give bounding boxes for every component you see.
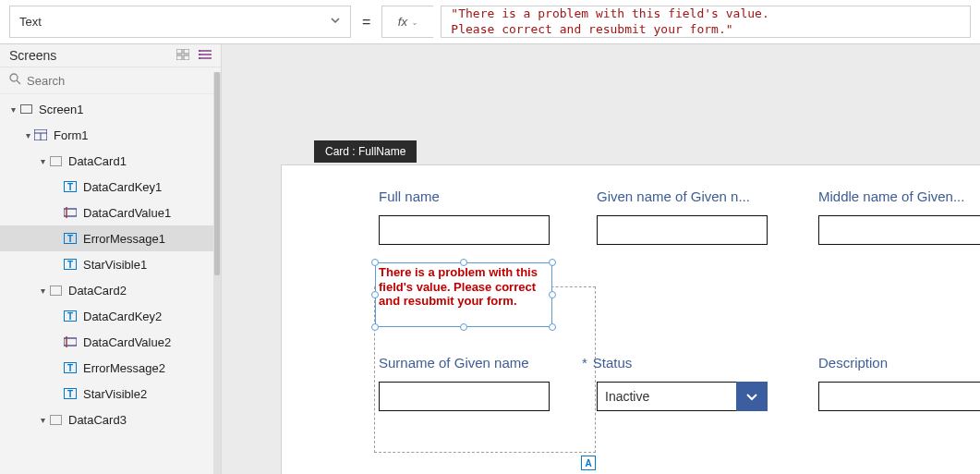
- selection-tag[interactable]: Card : FullName: [314, 140, 417, 163]
- field-middle-name: Middle name of Given...: [818, 188, 980, 245]
- field-label: * Status: [582, 355, 785, 371]
- selection-badge[interactable]: A: [581, 456, 596, 470]
- field-given-name: Given name of Given n...: [597, 188, 800, 245]
- required-star: *: [582, 355, 587, 371]
- text-input[interactable]: [379, 215, 550, 245]
- resize-handle[interactable]: [549, 259, 556, 266]
- tree-title: Screens: [9, 48, 56, 63]
- svg-rect-2: [176, 55, 182, 60]
- tree-node-label: StarVisible1: [83, 258, 147, 272]
- caret-icon[interactable]: ▾: [22, 130, 33, 140]
- list-view-icon[interactable]: [199, 48, 212, 63]
- field-label: Middle name of Given...: [818, 188, 980, 204]
- tree-node-label: DataCardKey2: [83, 310, 162, 323]
- tree-node-sv1[interactable]: ▾TStarVisible1: [0, 251, 221, 277]
- svg-rect-0: [176, 49, 182, 54]
- resize-handle[interactable]: [371, 259, 379, 266]
- resize-handle[interactable]: [549, 323, 556, 331]
- svg-rect-15: [64, 209, 77, 216]
- field-label: Description: [818, 355, 980, 371]
- svg-point-9: [199, 57, 200, 59]
- caret-icon[interactable]: ▾: [37, 286, 48, 296]
- svg-rect-1: [184, 49, 189, 54]
- tree-node-label: DataCardValue1: [83, 206, 171, 220]
- text-input[interactable]: [818, 382, 980, 411]
- chevron-down-icon: ⌄: [411, 18, 418, 27]
- dropdown-button[interactable]: [736, 382, 768, 411]
- field-label: Full name: [379, 188, 582, 204]
- formula-bar: Text = fx ⌄ "There is a problem with thi…: [0, 0, 980, 44]
- tree-node-em2[interactable]: ▾TErrorMessage2: [0, 355, 221, 381]
- resize-handle[interactable]: [371, 323, 379, 331]
- tree-node-sv2[interactable]: ▾TStarVisible2: [0, 381, 221, 407]
- tree-node-screen1[interactable]: ▾Screen1: [0, 96, 221, 122]
- svg-point-7: [199, 50, 200, 52]
- error-text: There is a problem with this field's val…: [376, 263, 551, 310]
- tree-node-dc3[interactable]: ▾DataCard3: [0, 407, 221, 432]
- tree-node-label: DataCard2: [68, 284, 127, 298]
- tree-search[interactable]: [0, 67, 221, 94]
- field-description: Description: [818, 355, 980, 411]
- text-input[interactable]: [379, 382, 550, 411]
- caret-icon[interactable]: ▾: [37, 156, 48, 166]
- tree-nodes: ▾Screen1▾Form1▾DataCard1▾TDataCardKey1▾D…: [0, 94, 221, 474]
- canvas[interactable]: Card : FullName A Full name Given name o…: [222, 44, 980, 474]
- error-message-control[interactable]: There is a problem with this field's val…: [375, 262, 552, 327]
- resize-handle[interactable]: [549, 291, 556, 298]
- scrollbar-thumb[interactable]: [214, 72, 220, 275]
- tree-node-label: DataCardValue2: [83, 335, 171, 349]
- status-label-text: Status: [593, 355, 633, 371]
- resize-handle[interactable]: [460, 259, 467, 266]
- property-value: Text: [19, 15, 42, 29]
- svg-rect-3: [184, 55, 189, 60]
- tree-node-label: StarVisible2: [83, 387, 147, 401]
- property-dropdown[interactable]: Text: [9, 6, 351, 38]
- resize-handle[interactable]: [460, 323, 467, 331]
- tree-node-label: ErrorMessage1: [83, 232, 165, 246]
- field-label: Surname of Given name: [379, 355, 582, 371]
- tree-node-label: DataCard1: [68, 154, 127, 168]
- tree-node-dc1[interactable]: ▾DataCard1: [0, 148, 221, 174]
- tree-panel: Screens ▾Screen1▾Form1▾DataCard1▾TDataCa…: [0, 44, 222, 474]
- tree-node-dc2[interactable]: ▾DataCard2: [0, 277, 221, 303]
- thumbnail-view-icon[interactable]: [176, 48, 189, 63]
- tree-node-dcv2[interactable]: ▾DataCardValue2: [0, 329, 221, 355]
- search-input[interactable]: [27, 74, 212, 88]
- resize-handle[interactable]: [371, 291, 379, 298]
- tree-node-label: DataCardKey1: [83, 180, 162, 194]
- field-surname: Surname of Given name: [379, 355, 582, 411]
- caret-icon[interactable]: ▾: [7, 104, 18, 115]
- status-value: Inactive: [597, 382, 736, 411]
- caret-icon[interactable]: ▾: [37, 415, 48, 425]
- tree-node-dck2[interactable]: ▾TDataCardKey2: [0, 303, 221, 329]
- fx-label: fx: [398, 15, 407, 29]
- tree-node-dck1[interactable]: ▾TDataCardKey1: [0, 174, 221, 200]
- tree-node-label: DataCard3: [68, 413, 127, 427]
- equals-label: =: [358, 6, 374, 38]
- svg-point-8: [199, 54, 200, 55]
- tree-node-label: Form1: [54, 128, 89, 142]
- svg-rect-17: [64, 338, 77, 346]
- tree-node-dcv1[interactable]: ▾DataCardValue1: [0, 200, 221, 225]
- search-icon: [9, 73, 21, 88]
- tree-node-em1[interactable]: ▾TErrorMessage1: [0, 225, 221, 251]
- text-input[interactable]: [597, 215, 768, 245]
- chevron-down-icon: [330, 15, 341, 29]
- field-status: * Status Inactive: [582, 355, 785, 411]
- text-input[interactable]: [818, 215, 980, 245]
- tree-node-label: Screen1: [39, 103, 83, 116]
- field-label: Given name of Given n...: [597, 188, 800, 204]
- svg-line-11: [17, 80, 20, 84]
- tree-header: Screens: [0, 44, 221, 67]
- form-surface[interactable]: A Full name Given name of Given n... Mid…: [281, 164, 980, 474]
- tree-scrollbar[interactable]: [213, 72, 221, 474]
- tree-node-form1[interactable]: ▾Form1: [0, 122, 221, 148]
- formula-input[interactable]: "There is a problem with this field's va…: [441, 6, 971, 38]
- tree-node-label: ErrorMessage2: [83, 361, 165, 375]
- svg-point-10: [10, 74, 18, 81]
- fx-button[interactable]: fx ⌄: [381, 6, 433, 38]
- status-dropdown[interactable]: Inactive: [597, 382, 768, 411]
- field-full-name: Full name: [379, 188, 582, 245]
